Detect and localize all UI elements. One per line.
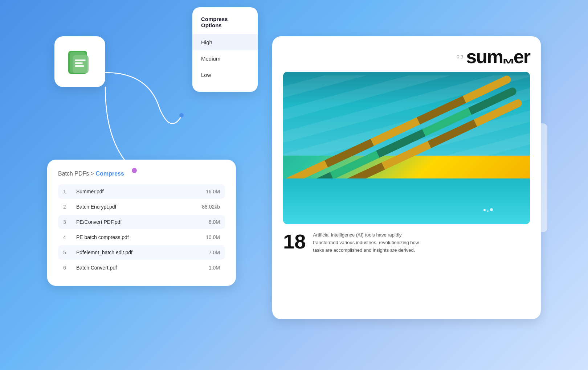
sparkles <box>483 209 493 212</box>
file-name: PE batch compress.pdf <box>76 234 200 240</box>
file-num: 2 <box>63 204 70 210</box>
compress-options-title: Compress Options <box>192 16 258 34</box>
app-icon-wrapper <box>54 36 105 87</box>
article-text: Artificial Intelligence (AI) tools have … <box>313 231 422 254</box>
file-item[interactable]: 2 Batch Encrypt.pdf 88.02kb <box>58 200 225 214</box>
file-num: 5 <box>63 250 70 255</box>
file-size: 88.02kb <box>202 204 220 210</box>
sparkle <box>483 209 486 211</box>
breadcrumb-base: Batch PDFs <box>58 170 89 177</box>
preview-card: 0.3 sumMer <box>272 36 541 319</box>
file-name: Batch Encrypt.pdf <box>76 204 196 210</box>
title-m: M <box>503 58 514 65</box>
svg-rect-4 <box>73 55 89 73</box>
title-rest: er <box>514 46 530 67</box>
pool-visual <box>283 72 530 224</box>
svg-rect-5 <box>75 59 86 61</box>
pdf-app-icon <box>65 47 94 76</box>
file-name: PE/Convert PDF.pdf <box>76 219 203 225</box>
compress-options-card: Compress Options High Medium Low <box>192 7 258 92</box>
batch-breadcrumb: Batch PDFs > Compress <box>58 170 225 177</box>
file-item[interactable]: 5 Pdfelemnt_batch edit.pdf 7.0M <box>58 245 225 260</box>
magazine-title: sumMer <box>466 47 530 66</box>
file-size: 16.0M <box>206 189 220 194</box>
file-item[interactable]: 1 Summer.pdf 16.0M <box>58 184 225 199</box>
svg-point-0 <box>179 113 184 118</box>
magazine-version: 0.3 <box>457 54 463 59</box>
file-item[interactable]: 3 PE/Convert PDF.pdf 8.0M <box>58 215 225 229</box>
magazine-image <box>283 72 530 224</box>
batch-card: Batch PDFs > Compress 1 Summer.pdf 16.0M… <box>47 160 236 286</box>
file-size: 1.0M <box>209 265 220 271</box>
file-num: 3 <box>63 219 70 225</box>
file-num: 4 <box>63 234 70 240</box>
magazine-footer: 18 Artificial Intelligence (AI) tools ha… <box>283 231 530 254</box>
svg-rect-6 <box>75 62 83 64</box>
file-list: 1 Summer.pdf 16.0M 2 Batch Encrypt.pdf 8… <box>58 184 225 275</box>
main-container: Compress Options High Medium Low Batch P… <box>40 29 548 341</box>
sparkle <box>490 208 493 211</box>
title-text: sum <box>466 46 503 67</box>
compress-option-medium[interactable]: Medium <box>192 50 258 67</box>
file-num: 1 <box>63 189 70 194</box>
file-size: 10.0M <box>206 234 220 240</box>
file-name: Batch Convert.pdf <box>76 265 203 271</box>
breadcrumb-separator: > <box>91 170 96 177</box>
pool-bottom-water <box>283 178 530 224</box>
file-name: Pdfelemnt_batch edit.pdf <box>76 250 203 255</box>
file-name: Summer.pdf <box>76 189 200 194</box>
file-size: 7.0M <box>209 250 220 255</box>
svg-rect-7 <box>75 65 84 67</box>
left-section: Compress Options High Medium Low Batch P… <box>47 36 258 286</box>
file-size: 8.0M <box>209 219 220 225</box>
sparkle <box>487 210 489 212</box>
compress-option-high[interactable]: High <box>192 34 258 50</box>
breadcrumb-current[interactable]: Compress <box>96 170 124 177</box>
top-area: Compress Options High Medium Low <box>47 36 258 152</box>
page-number: 18 <box>283 231 306 252</box>
file-num: 6 <box>63 265 70 271</box>
file-item[interactable]: 6 Batch Convert.pdf 1.0M <box>58 260 225 275</box>
file-item[interactable]: 4 PE batch compress.pdf 10.0M <box>58 230 225 244</box>
compress-option-low[interactable]: Low <box>192 67 258 83</box>
magazine-header: 0.3 sumMer <box>283 47 530 66</box>
